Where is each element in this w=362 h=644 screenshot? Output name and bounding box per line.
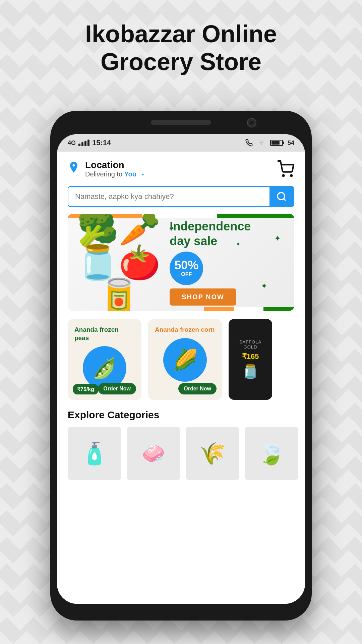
battery-percent: 54 bbox=[288, 140, 294, 147]
explore-title: Explore Categories bbox=[57, 409, 305, 421]
sparkle-4: ✦ bbox=[236, 240, 241, 248]
signal-bars bbox=[78, 140, 89, 146]
category-nourish[interactable]: 🍃 bbox=[245, 427, 298, 480]
svg-point-1 bbox=[291, 175, 292, 176]
svg-point-2 bbox=[278, 193, 285, 200]
banner-groceries-image: 🥦🥕🫙🍅🥫 bbox=[68, 214, 170, 311]
category-grains[interactable]: 🌾 bbox=[186, 427, 239, 480]
product-card-corn[interactable]: Ananda frozen corn 🌽 Order Now bbox=[148, 319, 222, 400]
location-pin-icon bbox=[68, 162, 80, 176]
sparkle-3: ✦ bbox=[261, 281, 267, 291]
location-text: Location Delivering to You bbox=[85, 160, 146, 178]
order-now-peas-button[interactable]: Order Now bbox=[98, 383, 136, 394]
search-button[interactable] bbox=[269, 187, 294, 206]
cart-icon[interactable] bbox=[277, 160, 294, 178]
status-right: 54 bbox=[245, 139, 294, 147]
status-left: 4G 15:14 bbox=[68, 139, 111, 147]
category-cleaning[interactable]: 🧼 bbox=[127, 427, 180, 480]
sale-banner[interactable]: ✦ ✦ ✦ ✦ 🥦🥕🫙🍅🥫 Independence day sale 50% … bbox=[68, 214, 294, 311]
order-now-corn-button[interactable]: Order Now bbox=[178, 383, 217, 394]
location-title: Location bbox=[85, 160, 146, 170]
search-input[interactable] bbox=[68, 187, 269, 206]
phone-icon bbox=[245, 139, 253, 147]
front-camera bbox=[247, 118, 256, 127]
product-title-peas: Ananda frozen peas bbox=[74, 326, 135, 342]
discount-badge: 50% OFF bbox=[170, 252, 203, 285]
personal-care-emoji: 🧴 bbox=[81, 441, 108, 466]
chevron-down-icon[interactable] bbox=[140, 172, 146, 178]
nourish-emoji: 🍃 bbox=[258, 441, 285, 466]
banner-text: Independence day sale 50% OFF SHOP NOW bbox=[170, 214, 294, 311]
wifi-icon bbox=[257, 140, 265, 146]
grocery-emoji: 🥦🥕🫙🍅🥫 bbox=[68, 214, 170, 311]
price-badge-peas: ₹75/kg bbox=[73, 384, 98, 394]
discount-off: OFF bbox=[181, 271, 192, 277]
grains-emoji: 🌾 bbox=[199, 441, 226, 466]
tricolor-bottom bbox=[204, 307, 294, 311]
phone-shell: 4G 15:14 bbox=[50, 111, 312, 621]
product-card-peas[interactable]: Ananda frozen peas 🫛 ₹75/kg Order Now bbox=[68, 319, 141, 400]
signal-bar-3 bbox=[84, 141, 86, 146]
product-image-corn: 🌽 bbox=[163, 338, 207, 382]
status-time: 15:14 bbox=[92, 139, 111, 147]
delivering-to: Delivering to You bbox=[85, 170, 146, 178]
battery-fill bbox=[272, 141, 280, 145]
speaker-grill bbox=[151, 120, 211, 125]
location-section: Location Delivering to You bbox=[68, 160, 146, 178]
product-card-saffola[interactable]: SAFFOLA GOLD ₹165 🫙 bbox=[229, 319, 272, 400]
search-icon bbox=[276, 191, 287, 202]
delivering-you: You bbox=[124, 170, 136, 178]
page-title: Ikobazzar Online Grocery Store bbox=[0, 20, 362, 76]
shop-now-button[interactable]: SHOP NOW bbox=[170, 288, 236, 306]
network-indicator: 4G bbox=[68, 140, 76, 147]
phone-screen: 4G 15:14 bbox=[57, 134, 305, 604]
categories-row: 🧴 🧼 🌾 🍃 bbox=[57, 427, 305, 480]
search-bar bbox=[68, 186, 294, 207]
category-personal-care[interactable]: 🧴 bbox=[68, 427, 121, 480]
signal-bar-1 bbox=[78, 144, 80, 146]
discount-number: 50% bbox=[174, 259, 198, 271]
products-row: Ananda frozen peas 🫛 ₹75/kg Order Now An… bbox=[57, 319, 305, 400]
cleaning-emoji: 🧼 bbox=[142, 442, 165, 465]
saffola-price: ₹165 bbox=[234, 352, 267, 361]
sparkle-2: ✦ bbox=[274, 234, 281, 243]
signal-bar-4 bbox=[87, 140, 89, 146]
svg-point-0 bbox=[283, 175, 284, 176]
signal-bar-2 bbox=[81, 142, 83, 146]
battery-indicator bbox=[270, 140, 283, 146]
app-content: Location Delivering to You bbox=[57, 152, 305, 604]
status-bar: 4G 15:14 bbox=[57, 134, 305, 152]
product-title-corn: Ananda frozen corn bbox=[155, 326, 215, 334]
saffola-content: SAFFOLA GOLD ₹165 🫙 bbox=[229, 334, 272, 385]
header: Location Delivering to You bbox=[57, 152, 305, 183]
